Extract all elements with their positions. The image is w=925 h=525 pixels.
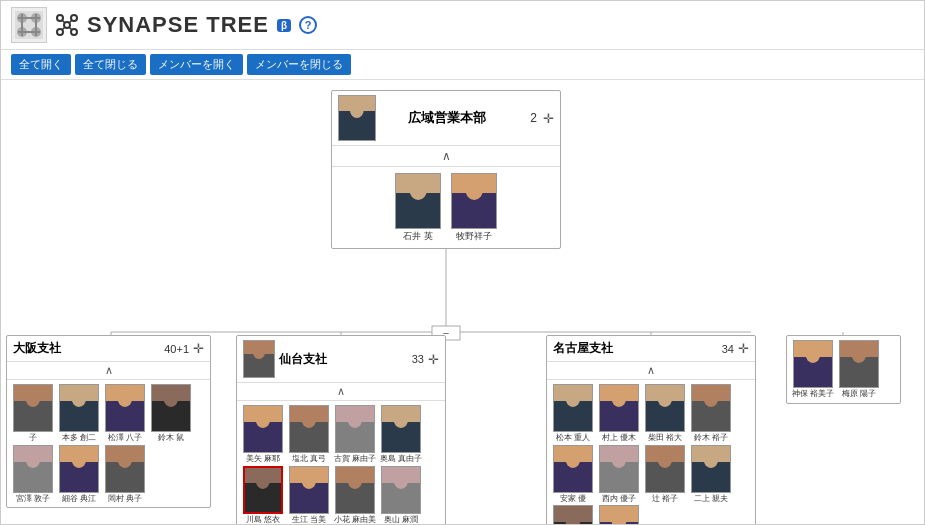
root-node-header: 広域営業本部 2 ✛ xyxy=(332,91,560,145)
svg-line-15 xyxy=(69,20,72,23)
collapse-all-button[interactable]: 全て閉じる xyxy=(75,54,146,75)
osaka-header: 大阪支社 40+1 ✛ xyxy=(7,336,210,361)
member-photo xyxy=(839,340,879,388)
nagoya-count: 34 xyxy=(722,343,734,355)
list-item: 小花 麻由美 xyxy=(333,466,377,524)
member-name: 細谷 典江 xyxy=(62,494,96,504)
list-item: 二上 親夫 xyxy=(689,445,733,504)
member-name: 奥島 真由子 xyxy=(380,454,422,464)
list-item: 中山 友佳 xyxy=(597,505,641,524)
member-name: 古賀 麻由子 xyxy=(334,454,376,464)
member-photo xyxy=(59,384,99,432)
member-photo xyxy=(645,384,685,432)
help-icon[interactable]: ? xyxy=(299,16,317,34)
list-item: 柴田 裕大 xyxy=(643,384,687,443)
member-photo xyxy=(13,384,53,432)
member-photo xyxy=(105,384,145,432)
osaka-collapse-btn[interactable]: ∧ xyxy=(7,361,210,379)
tree-container: − 広域営業本部 2 ✛ ∧ xyxy=(1,80,901,524)
sendai-branch-node: 仙台支社 33 ✛ ∧ 美矢 麻耶 塩北 真弓 xyxy=(236,335,446,524)
member-photo xyxy=(691,384,731,432)
member-name: 小花 麻由美 xyxy=(334,515,376,524)
sendai-count: 33 xyxy=(412,353,424,365)
member-photo xyxy=(553,505,593,524)
member-name: 安家 優 xyxy=(560,494,586,504)
nagoya-branch-node: 名古屋支社 34 ✛ ∧ 松本 重人 村上 優木 xyxy=(546,335,756,524)
list-item: 松澤 八子 xyxy=(103,384,147,443)
nagoya-collapse-btn[interactable]: ∧ xyxy=(547,361,755,379)
root-count: 2 xyxy=(517,111,537,125)
member-photo xyxy=(451,173,497,229)
list-item: 細谷 典江 xyxy=(57,445,101,504)
svg-rect-7 xyxy=(21,14,23,36)
member-name: 辻 裕子 xyxy=(652,494,678,504)
member-name: 鈴木 裕子 xyxy=(694,433,728,443)
osaka-title: 大阪支社 xyxy=(13,340,160,357)
list-item: 村上 優木 xyxy=(597,384,641,443)
member-photo xyxy=(243,405,283,453)
list-item: 塩北 真弓 xyxy=(287,405,331,464)
member-photo xyxy=(335,466,375,514)
osaka-plus-icon[interactable]: ✛ xyxy=(193,341,204,356)
list-item: 安家 優 xyxy=(551,445,595,504)
member-name: 松澤 八子 xyxy=(108,433,142,443)
member-photo xyxy=(599,445,639,493)
logo-icon xyxy=(11,7,47,43)
list-item: 鈴木 裕子 xyxy=(689,384,733,443)
member-name: 西内 優子 xyxy=(602,494,636,504)
beta-badge: β xyxy=(277,19,291,32)
list-item: 川島 悠衣 xyxy=(241,466,285,524)
list-item: 野口 英夫 xyxy=(551,505,595,524)
list-item: 松本 重人 xyxy=(551,384,595,443)
member-photo xyxy=(59,445,99,493)
close-members-button[interactable]: メンバーを閉じる xyxy=(247,54,351,75)
member-name: 川島 悠衣 xyxy=(246,515,280,524)
member-photo xyxy=(553,445,593,493)
list-item: 生江 当美 xyxy=(287,466,331,524)
member-name: 本多 創二 xyxy=(62,433,96,443)
list-item: 宮澤 敦子 xyxy=(11,445,55,504)
list-item: 奥島 真由子 xyxy=(379,405,423,464)
svg-line-14 xyxy=(62,20,65,23)
list-item: 辻 裕子 xyxy=(643,445,687,504)
open-members-button[interactable]: メンバーを開く xyxy=(150,54,243,75)
root-photo xyxy=(338,95,376,141)
nagoya-plus-icon[interactable]: ✛ xyxy=(738,341,749,356)
member-name: 奥山 麻潤 xyxy=(384,515,418,524)
member-photo xyxy=(289,405,329,453)
root-members: 石井 英 牧野祥子 xyxy=(332,166,560,248)
member-name: 美矢 麻耶 xyxy=(246,454,280,464)
member-photo xyxy=(13,445,53,493)
sendai-collapse-btn[interactable]: ∧ xyxy=(237,382,445,400)
osaka-count: 40+1 xyxy=(164,343,189,355)
member-photo xyxy=(599,384,639,432)
root-collapse-btn[interactable]: ∧ xyxy=(332,145,560,166)
main-content: − 広域営業本部 2 ✛ ∧ xyxy=(1,80,924,524)
expand-all-button[interactable]: 全て開く xyxy=(11,54,71,75)
sendai-plus-icon[interactable]: ✛ xyxy=(428,352,439,367)
list-item: 梅原 陽子 xyxy=(837,340,881,399)
svg-rect-8 xyxy=(35,14,37,36)
member-photo xyxy=(151,384,191,432)
member-photo xyxy=(645,445,685,493)
nagoya-members: 松本 重人 村上 優木 柴田 裕大 鈴木 裕子 xyxy=(547,379,755,524)
member-photo xyxy=(395,173,441,229)
nagoya-title: 名古屋支社 xyxy=(553,340,718,357)
member-name: 岡村 典子 xyxy=(108,494,142,504)
member-name: 村上 優木 xyxy=(602,433,636,443)
member-photo xyxy=(599,505,639,524)
list-item: 美矢 麻耶 xyxy=(241,405,285,464)
sendai-photo xyxy=(243,340,275,378)
sendai-members: 美矢 麻耶 塩北 真弓 古賀 麻由子 奥島 真由子 xyxy=(237,400,445,524)
nagoya-header: 名古屋支社 34 ✛ xyxy=(547,336,755,361)
root-plus-icon[interactable]: ✛ xyxy=(543,111,554,126)
member-name: 神保 裕美子 xyxy=(792,389,834,399)
sendai-title: 仙台支社 xyxy=(279,351,408,368)
member-photo xyxy=(289,466,329,514)
sendai-header: 仙台支社 33 ✛ xyxy=(237,336,445,382)
root-node: 広域営業本部 2 ✛ ∧ 石井 英 xyxy=(331,90,561,249)
member-item: 石井 英 xyxy=(392,173,444,242)
member-photo xyxy=(243,466,283,514)
member-name: 牧野祥子 xyxy=(456,231,492,242)
osaka-members: 子 本多 創二 松澤 八子 鈴木 鼠 xyxy=(7,379,210,507)
